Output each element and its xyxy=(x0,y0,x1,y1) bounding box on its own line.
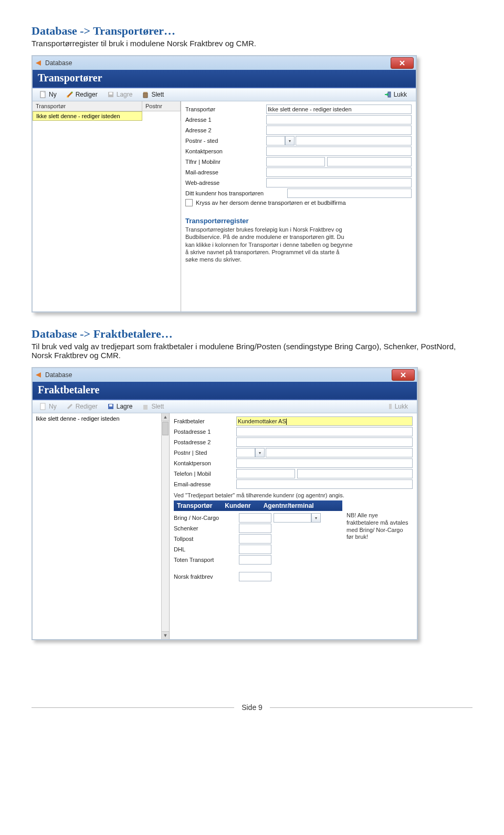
info-text: Transportørregister brukes foreløpig kun… xyxy=(185,226,353,263)
scroll-down-icon[interactable]: ▼ xyxy=(162,631,169,639)
scroll-up-icon[interactable]: ▲ xyxy=(162,413,169,421)
input-kundenr[interactable] xyxy=(239,572,271,581)
input-transportor[interactable]: Ikke slett denne - rediger isteden xyxy=(266,105,412,114)
input-kundenr[interactable] xyxy=(239,513,271,523)
input-postnr[interactable] xyxy=(236,448,255,457)
paragraph-transportorer: Transportørregister til bruk i modulene … xyxy=(32,39,472,48)
list-item[interactable]: Ikke slett denne - rediger isteden xyxy=(33,413,161,424)
carrier-name: DHL xyxy=(174,546,239,552)
input-post2[interactable] xyxy=(236,437,413,447)
input-mobilnr[interactable] xyxy=(327,157,412,166)
input-telefon[interactable] xyxy=(236,469,295,478)
label-postnr: Postnr - sted xyxy=(185,138,266,144)
note-text: Ved "Tredjepart betaler" må tilhørende k… xyxy=(174,492,413,498)
svg-rect-6 xyxy=(143,92,148,93)
input-post1[interactable] xyxy=(236,427,413,436)
svg-marker-8 xyxy=(36,372,41,378)
titlebar[interactable]: Database xyxy=(33,56,416,70)
label-fraktbetaler: Fraktbetaler xyxy=(174,418,236,424)
input-kundenr[interactable] xyxy=(239,545,271,554)
app-icon xyxy=(35,372,42,378)
form-panel: FraktbetalerKundemottaker AS Postadresse… xyxy=(170,413,417,639)
heading-fraktbetalere: Database -> Fraktbetalere… xyxy=(32,327,472,341)
app-icon xyxy=(35,60,42,66)
input-agentnr[interactable] xyxy=(274,513,311,523)
titlebar[interactable]: Database xyxy=(33,368,417,382)
new-button[interactable]: Ny xyxy=(36,89,60,100)
label-adresse2: Adresse 2 xyxy=(185,127,266,133)
svg-rect-12 xyxy=(389,404,392,409)
col-transportor[interactable]: Transportør xyxy=(33,101,142,111)
close-toolbar-button[interactable]: Lukk xyxy=(382,401,412,412)
col-postnr[interactable]: Postnr xyxy=(142,101,181,111)
input-kundenr[interactable] xyxy=(239,555,271,565)
carrier-name: Tollpost xyxy=(174,536,239,542)
form-panel: TransportørIkke slett denne - rediger is… xyxy=(181,101,416,311)
toolbar: Ny Rediger Lagre Slett Lukk xyxy=(33,88,416,101)
input-tlfnr[interactable] xyxy=(266,157,325,166)
input-kundenr[interactable] xyxy=(287,189,412,198)
grid-row[interactable]: Ikke slett denne - rediger isteden xyxy=(33,111,181,121)
close-button[interactable] xyxy=(391,57,414,69)
input-sted[interactable] xyxy=(266,448,413,457)
carrier-name: Schenker xyxy=(174,525,239,531)
label-post1: Postadresse 1 xyxy=(174,429,236,435)
label-kontakt: Kontaktperson xyxy=(174,460,236,466)
input-web[interactable] xyxy=(266,178,412,187)
close-button[interactable] xyxy=(392,369,415,381)
input-email[interactable] xyxy=(236,479,413,489)
postnr-dropdown[interactable]: ▾ xyxy=(255,448,265,457)
input-adresse2[interactable] xyxy=(266,126,412,135)
label-kundenr: Ditt kundenr hos transportøren xyxy=(185,190,287,196)
paragraph-fraktbetalere: Til bruk ved valg av tredjepart som frak… xyxy=(32,342,472,360)
input-fraktbetaler[interactable]: Kundemottaker AS xyxy=(236,416,413,426)
input-adresse1[interactable] xyxy=(266,115,412,124)
label-postnr: Postnr | Sted xyxy=(174,450,236,456)
nb-warning: NB! Alle nye fraktbetalere må avtales me… xyxy=(346,512,411,541)
input-kontakt[interactable] xyxy=(266,147,412,156)
input-mobil[interactable] xyxy=(297,469,413,478)
input-postnr[interactable] xyxy=(266,136,285,145)
info-heading: Transportørregister xyxy=(185,217,412,225)
label-budbil: Kryss av her dersom denne transportøren … xyxy=(196,200,346,206)
delete-button[interactable]: Slett xyxy=(138,401,167,412)
label-post2: Postadresse 2 xyxy=(174,439,236,445)
carrier-header: Transportør Kundenr Agentnr/terminal xyxy=(174,500,342,511)
list-panel: Ikke slett denne - rediger isteden ▲ ▼ xyxy=(33,413,170,639)
page-footer: Side 9 xyxy=(32,703,472,712)
carrier-name: Toten Transport xyxy=(174,557,239,563)
label-transportor: Transportør xyxy=(185,106,266,112)
save-button[interactable]: Lagre xyxy=(103,401,136,412)
label-telefon: Telefon | Mobil xyxy=(174,471,236,477)
window-heading: Fraktbetalere xyxy=(33,382,417,400)
input-kontakt[interactable] xyxy=(236,458,413,468)
input-sted[interactable] xyxy=(296,136,412,145)
save-button[interactable]: Lagre xyxy=(103,89,136,100)
label-email: Email-adresse xyxy=(174,481,236,487)
carrier-name: Norsk fraktbrev xyxy=(174,573,239,580)
delete-button[interactable]: Slett xyxy=(138,89,167,100)
label-web: Web-adresse xyxy=(185,180,266,186)
scrollbar[interactable]: ▲ ▼ xyxy=(161,413,169,639)
input-mail[interactable] xyxy=(266,168,412,177)
window-fraktbetalere: Database Fraktbetalere Ny Rediger Lagre … xyxy=(32,367,418,640)
input-kundenr[interactable] xyxy=(239,534,271,544)
scroll-thumb[interactable] xyxy=(162,422,169,435)
window-transportorer: Database Transportører Ny Rediger Lagre … xyxy=(32,55,417,312)
grid-panel: Transportør Postnr Ikke slett denne - re… xyxy=(33,101,181,311)
svg-rect-11 xyxy=(109,404,112,406)
agentnr-dropdown[interactable]: ▾ xyxy=(311,513,321,523)
input-kundenr[interactable] xyxy=(239,524,271,533)
edit-button[interactable]: Rediger xyxy=(62,401,101,412)
checkbox-budbil[interactable] xyxy=(185,199,193,206)
toolbar: Ny Rediger Lagre Slett Lukk xyxy=(33,400,417,413)
new-button[interactable]: Ny xyxy=(36,401,60,412)
label-tlfnr: Tlfnr | Mobilnr xyxy=(185,159,266,165)
svg-rect-5 xyxy=(109,92,112,95)
title-text: Database xyxy=(45,371,72,379)
edit-button[interactable]: Rediger xyxy=(62,89,101,100)
close-toolbar-button[interactable]: Lukk xyxy=(381,89,411,100)
postnr-dropdown[interactable]: ▾ xyxy=(285,136,295,145)
title-text: Database xyxy=(45,59,72,67)
page-number: Side 9 xyxy=(234,703,270,712)
